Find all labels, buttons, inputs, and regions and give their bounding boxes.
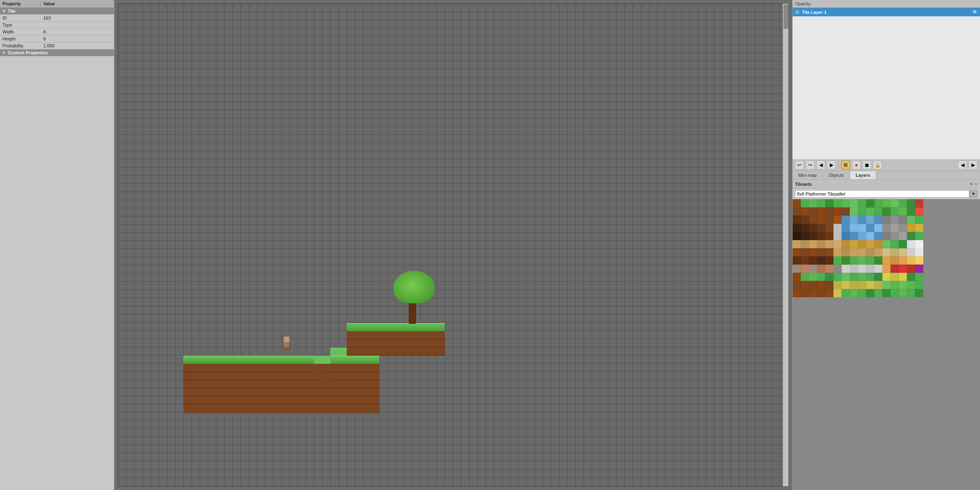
svg-rect-136 bbox=[858, 265, 866, 273]
tileset-dropdown-btn[interactable]: ▾ bbox=[969, 190, 978, 198]
toolbar-grid-btn[interactable]: ⊞ bbox=[841, 160, 850, 169]
svg-rect-141 bbox=[899, 265, 907, 273]
svg-rect-171 bbox=[882, 281, 891, 289]
upper-platform-grass bbox=[347, 323, 445, 331]
svg-rect-79 bbox=[915, 232, 923, 240]
tileset-palette-svg bbox=[793, 199, 931, 314]
svg-rect-8 bbox=[858, 199, 866, 207]
svg-rect-116 bbox=[825, 256, 833, 265]
svg-rect-143 bbox=[915, 265, 923, 273]
toolbar-next-btn[interactable]: ▶ bbox=[827, 160, 836, 169]
collapse-icon: ▼ bbox=[2, 50, 6, 55]
svg-rect-4 bbox=[825, 199, 833, 207]
svg-rect-118 bbox=[842, 256, 850, 265]
svg-rect-91 bbox=[882, 240, 891, 248]
svg-rect-163 bbox=[817, 281, 825, 289]
toolbar-redo-btn[interactable]: ↪ bbox=[806, 160, 815, 169]
svg-rect-9 bbox=[866, 199, 874, 207]
tileset-name-input[interactable] bbox=[795, 190, 969, 198]
svg-rect-100 bbox=[825, 248, 833, 256]
toolbar-square-btn[interactable]: ◼ bbox=[862, 160, 871, 169]
svg-rect-24 bbox=[858, 207, 866, 216]
svg-rect-20 bbox=[825, 207, 833, 216]
svg-rect-133 bbox=[833, 265, 842, 273]
svg-rect-29 bbox=[899, 207, 907, 216]
svg-rect-55 bbox=[850, 224, 858, 232]
svg-rect-57 bbox=[866, 224, 874, 232]
right-panel: Opacity: ⊞ Tile Layer 1 👁 ↩ ↪ ◀ ▶ ⊞ ● ◼ … bbox=[792, 0, 980, 490]
svg-rect-124 bbox=[891, 256, 899, 265]
svg-rect-167 bbox=[850, 281, 858, 289]
svg-rect-114 bbox=[809, 256, 817, 265]
prop-height-label: Height bbox=[0, 36, 41, 42]
tilesets-remove-btn[interactable]: − bbox=[974, 181, 978, 187]
svg-rect-109 bbox=[899, 248, 907, 256]
collapse-icon: ▼ bbox=[2, 9, 6, 13]
toolbar-undo-btn[interactable]: ↩ bbox=[795, 160, 804, 169]
svg-rect-23 bbox=[850, 207, 858, 216]
svg-rect-50 bbox=[809, 224, 817, 232]
svg-rect-70 bbox=[842, 232, 850, 240]
svg-rect-85 bbox=[833, 240, 842, 248]
svg-rect-15 bbox=[915, 199, 923, 207]
svg-rect-30 bbox=[907, 207, 915, 216]
svg-rect-147 bbox=[817, 273, 825, 281]
tab-layers[interactable]: Layers bbox=[850, 171, 876, 179]
tileset-palette[interactable] bbox=[793, 199, 980, 490]
properties-header: Property Value bbox=[0, 0, 114, 8]
svg-rect-12 bbox=[891, 199, 899, 207]
svg-rect-65 bbox=[801, 232, 809, 240]
svg-rect-188 bbox=[891, 289, 899, 297]
svg-rect-47 bbox=[915, 216, 923, 224]
svg-rect-135 bbox=[850, 265, 858, 273]
svg-rect-56 bbox=[858, 224, 866, 232]
tab-objects[interactable]: Objects bbox=[823, 171, 850, 179]
svg-rect-41 bbox=[866, 216, 874, 224]
svg-rect-63 bbox=[915, 224, 923, 232]
svg-rect-180 bbox=[825, 289, 833, 297]
tile-layer-1-row[interactable]: ⊞ Tile Layer 1 👁 bbox=[793, 8, 980, 16]
svg-rect-186 bbox=[874, 289, 882, 297]
svg-rect-83 bbox=[817, 240, 825, 248]
svg-rect-154 bbox=[874, 273, 882, 281]
toolbar-lock-btn[interactable]: 🔒 bbox=[873, 160, 882, 169]
svg-rect-42 bbox=[874, 216, 882, 224]
svg-rect-31 bbox=[915, 207, 923, 216]
canvas-vertical-scrollbar[interactable] bbox=[783, 4, 788, 486]
toolbar-stop-btn[interactable]: ● bbox=[852, 160, 861, 169]
table-row: Width 8 bbox=[0, 29, 114, 36]
svg-rect-34 bbox=[809, 216, 817, 224]
toolbar-collapse-btn[interactable]: ◀ bbox=[958, 160, 967, 169]
upper-platform bbox=[347, 323, 445, 356]
toolbar-expand-btn[interactable]: ▶ bbox=[969, 160, 978, 169]
properties-table: ▼Tile ID 163 Type Width 8 Height 8 Proba… bbox=[0, 8, 114, 56]
svg-rect-97 bbox=[801, 248, 809, 256]
svg-rect-43 bbox=[882, 216, 891, 224]
value-column-header: Value bbox=[41, 0, 114, 7]
custom-properties-section: ▼Custom Properties bbox=[0, 49, 114, 56]
svg-rect-25 bbox=[866, 207, 874, 216]
svg-rect-107 bbox=[882, 248, 891, 256]
map-canvas[interactable] bbox=[118, 3, 789, 487]
scene-container bbox=[183, 274, 445, 413]
svg-rect-38 bbox=[842, 216, 850, 224]
layer-visibility-icon[interactable]: 👁 bbox=[972, 9, 978, 15]
svg-rect-7 bbox=[850, 199, 858, 207]
svg-rect-149 bbox=[833, 273, 842, 281]
tab-mini-map[interactable]: Mini-map bbox=[793, 171, 823, 179]
scrollbar-thumb[interactable] bbox=[784, 4, 788, 29]
toolbar-prev-btn[interactable]: ◀ bbox=[816, 160, 825, 169]
prop-id-label: ID bbox=[0, 15, 41, 22]
layer-list-area bbox=[793, 16, 980, 159]
svg-rect-37 bbox=[833, 216, 842, 224]
svg-rect-190 bbox=[907, 289, 915, 297]
svg-rect-130 bbox=[809, 265, 817, 273]
svg-rect-111 bbox=[915, 248, 923, 256]
custom-properties-label: Custom Properties bbox=[8, 50, 48, 55]
tilesets-add-btn[interactable]: + bbox=[970, 181, 973, 187]
svg-rect-183 bbox=[850, 289, 858, 297]
svg-rect-189 bbox=[899, 289, 907, 297]
prop-id-value: 163 bbox=[41, 15, 114, 22]
svg-rect-32 bbox=[793, 216, 801, 224]
svg-rect-60 bbox=[891, 224, 899, 232]
